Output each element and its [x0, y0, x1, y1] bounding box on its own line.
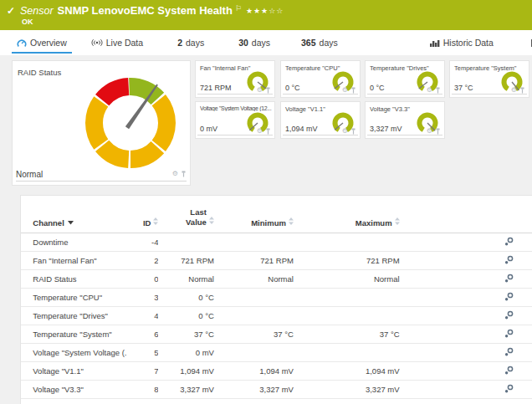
broadcast-icon — [91, 38, 103, 47]
table-row[interactable]: Temperature "CPU"30 °C — [21, 288, 532, 306]
overview-content: RAID Status Normal ⚙ Fan "Internal Fan" … — [0, 55, 532, 404]
column-header-id[interactable]: ID — [127, 204, 159, 233]
tab-label: days — [252, 38, 270, 48]
gear-icon[interactable]: ⚙ — [511, 87, 517, 94]
gear-icon[interactable]: ⚙ — [427, 128, 432, 135]
divider — [197, 135, 273, 136]
edit-channel-icon[interactable] — [504, 310, 514, 321]
gauge-value: 0 mV — [200, 125, 217, 133]
tab-bar: Overview Live Data 2days 30days 365days … — [0, 30, 532, 55]
flag-icon[interactable]: ⚐ — [235, 4, 242, 13]
priority-stars[interactable]: ★★★☆☆ — [246, 7, 284, 15]
page-title: SNMP LenovoEMC System Health — [58, 4, 233, 17]
tab-label: 2 — [177, 38, 182, 48]
sort-icon — [153, 217, 158, 227]
gear-icon[interactable]: ⚙ — [172, 171, 178, 177]
pin-icon[interactable] — [181, 171, 187, 177]
column-label: ID — [143, 218, 151, 228]
column-header-maximum[interactable]: Maximum — [294, 204, 400, 233]
gauge-value: 0 °C — [370, 84, 385, 92]
gear-icon[interactable]: ⚙ — [427, 87, 432, 94]
column-label: Minimum — [251, 218, 286, 228]
gauge-panel-voltage-v3-3: Voltage "V3.3" 3,327 mV ⚙ — [365, 101, 445, 139]
tab-label: days — [186, 38, 204, 48]
gauge-panel-temperature-drives: Temperature "Drives" 0 °C ⚙ — [365, 60, 445, 98]
gear-icon[interactable]: ⚙ — [257, 87, 263, 94]
edit-channel-icon[interactable] — [504, 384, 514, 395]
divider — [367, 135, 442, 136]
raid-donut-gauge — [13, 61, 190, 185]
gauge-panel-fan-internal-fan: Fan "Internal Fan" 721 RPM ⚙ — [195, 60, 275, 98]
gauge-panel-temperature-cpu: Temperature "CPU" 0 °C ⚙ — [280, 60, 361, 98]
status-ok-icon: ✓ — [7, 5, 15, 17]
table-row[interactable]: Downtime-4 — [21, 233, 532, 251]
channel-table: Channel ID Last Value Minimum Maximum — [21, 204, 532, 399]
table-row[interactable]: Voltage "System Voltage (...50 mV — [21, 343, 532, 361]
column-label: Last Value — [178, 207, 207, 228]
column-label: Channel — [33, 218, 64, 228]
edit-channel-icon[interactable] — [504, 347, 514, 358]
tab-overview[interactable]: Overview — [12, 30, 72, 55]
tab-30-days[interactable]: 30days — [233, 30, 275, 55]
divider — [367, 94, 442, 95]
raid-gauge-segment — [152, 95, 176, 151]
tab-log[interactable]: Log — [526, 30, 532, 55]
tab-label: Live Data — [106, 38, 143, 48]
tab-live-data[interactable]: Live Data — [86, 30, 148, 55]
divider — [197, 94, 273, 95]
gauge-value: 1,094 mV — [285, 125, 318, 133]
edit-channel-icon[interactable] — [504, 292, 514, 303]
gauge-panel-voltage-system: Voltage "System Voltage (12... 0 mV ⚙ — [195, 101, 275, 139]
gauge-panel-voltage-v1-1: Voltage "V1.1" 1,094 mV ⚙ — [280, 101, 361, 139]
pin-icon[interactable] — [435, 87, 441, 94]
edit-channel-icon[interactable] — [504, 329, 514, 340]
tab-label: 30 — [238, 38, 248, 48]
tab-label: Historic Data — [443, 38, 494, 48]
gear-icon[interactable]: ⚙ — [342, 128, 348, 135]
pin-icon[interactable] — [265, 128, 271, 135]
gauge-value: 721 RPM — [200, 84, 232, 92]
raid-gauge-segment — [85, 96, 108, 149]
divider — [283, 94, 358, 95]
bar-chart-icon — [430, 38, 440, 47]
gauge-icon — [17, 38, 27, 48]
gauge-status-text: Normal — [16, 170, 43, 179]
table-row[interactable]: Voltage "V1.1"71,094 mV1,094 mV1,094 mV — [21, 361, 532, 380]
status-badge: OK — [22, 18, 33, 26]
table-row[interactable]: Temperature "Drives"40 °C — [21, 306, 532, 325]
channel-table-panel: Channel ID Last Value Minimum Maximum — [20, 195, 532, 404]
table-row[interactable]: Fan "Internal Fan"2721 RPM721 RPM721 RPM — [21, 251, 532, 269]
table-header-row: Channel ID Last Value Minimum Maximum — [21, 204, 532, 233]
edit-channel-icon[interactable] — [504, 237, 514, 248]
pin-icon[interactable] — [265, 87, 271, 94]
gauge-panel-temperature-system: Temperature "System" 37 °C ⚙ — [449, 60, 529, 98]
pin-icon[interactable] — [435, 128, 441, 135]
sensor-header: ✓ SensorSNMP LenovoEMC System Health⚐★★★… — [0, 0, 532, 30]
column-header-last-value[interactable]: Last Value — [158, 204, 213, 233]
column-label: Maximum — [356, 218, 392, 228]
sort-icon — [289, 217, 294, 227]
edit-channel-icon[interactable] — [504, 366, 514, 376]
table-row[interactable]: Temperature "System"637 °C37 °C37 °C — [21, 325, 532, 343]
tab-label: days — [320, 38, 338, 48]
pin-icon[interactable] — [350, 87, 356, 94]
gear-icon[interactable]: ⚙ — [342, 87, 348, 94]
pin-icon[interactable] — [350, 128, 356, 135]
divider — [283, 135, 358, 136]
pin-icon[interactable] — [519, 87, 525, 94]
tab-historic-data[interactable]: Historic Data — [425, 30, 499, 55]
column-header-minimum[interactable]: Minimum — [214, 204, 294, 233]
gear-icon[interactable]: ⚙ — [257, 128, 263, 135]
tab-2-days[interactable]: 2days — [172, 30, 209, 55]
edit-channel-icon[interactable] — [504, 274, 514, 284]
table-row[interactable]: RAID Status0NormalNormalNormal — [21, 269, 532, 288]
edit-channel-icon[interactable] — [504, 255, 514, 266]
raid-status-gauge-panel: RAID Status Normal ⚙ — [12, 60, 191, 186]
sort-desc-icon — [68, 217, 74, 227]
tab-365-days[interactable]: 365days — [296, 30, 343, 55]
object-kind-label: Sensor — [20, 5, 54, 17]
column-header-channel[interactable]: Channel — [33, 204, 126, 233]
sort-icon — [395, 217, 400, 227]
table-row[interactable]: Voltage "V3.3"83,327 mV3,327 mV3,327 mV — [21, 380, 532, 398]
gauge-value: 0 °C — [285, 84, 300, 92]
